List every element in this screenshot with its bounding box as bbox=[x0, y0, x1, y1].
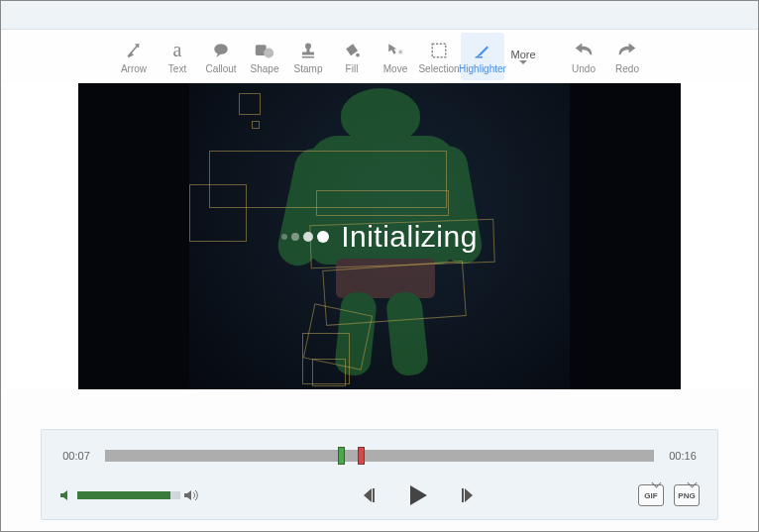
volume-group bbox=[59, 488, 198, 502]
tool-more[interactable]: More bbox=[504, 33, 542, 80]
tool-label: Shape bbox=[251, 63, 279, 74]
svg-rect-10 bbox=[373, 488, 375, 502]
step-forward-button[interactable] bbox=[461, 486, 477, 504]
shape-icon bbox=[254, 40, 275, 61]
undo-icon bbox=[573, 40, 595, 61]
tool-label: Move bbox=[383, 63, 407, 74]
move-icon bbox=[384, 40, 406, 61]
volume-fill bbox=[77, 491, 170, 499]
tool-label: Callout bbox=[205, 63, 236, 74]
svg-rect-11 bbox=[462, 488, 464, 502]
svg-point-3 bbox=[305, 43, 311, 49]
tool-shape[interactable]: Shape bbox=[243, 33, 286, 80]
video-frame[interactable]: Initializing bbox=[78, 83, 681, 389]
window-titlebar bbox=[1, 1, 758, 30]
tool-undo[interactable]: Undo bbox=[562, 33, 605, 80]
tool-label: Highlighter bbox=[459, 63, 506, 74]
trim-start-handle[interactable] bbox=[338, 447, 345, 465]
tool-move[interactable]: Move bbox=[374, 33, 417, 80]
export-png-button[interactable]: PNG bbox=[674, 484, 700, 506]
tool-label: Redo bbox=[615, 63, 639, 74]
step-back-button[interactable] bbox=[360, 486, 376, 504]
svg-rect-6 bbox=[302, 56, 314, 58]
total-time-label: 00:16 bbox=[666, 450, 700, 462]
callout-icon bbox=[210, 40, 232, 61]
playback-controls-area: 00:07 00:16 bbox=[1, 389, 758, 531]
stamp-icon bbox=[297, 40, 319, 61]
svg-point-7 bbox=[356, 53, 360, 56]
playback-controls-panel: 00:07 00:16 bbox=[41, 429, 718, 520]
tool-label: Stamp bbox=[294, 63, 323, 74]
volume-slider[interactable] bbox=[77, 491, 180, 499]
export-gif-button[interactable]: GIF bbox=[638, 484, 664, 506]
svg-point-0 bbox=[214, 44, 228, 54]
tool-label: Text bbox=[168, 63, 186, 74]
fill-icon bbox=[341, 40, 363, 61]
annotation-bounding-boxes bbox=[78, 83, 681, 389]
highlighter-icon bbox=[472, 40, 493, 61]
text-icon: a bbox=[166, 40, 188, 61]
selection-icon bbox=[428, 40, 450, 61]
redo-icon bbox=[616, 40, 638, 61]
tool-callout[interactable]: Callout bbox=[199, 33, 243, 80]
svg-point-2 bbox=[264, 48, 273, 57]
tool-stamp[interactable]: Stamp bbox=[286, 33, 330, 80]
tool-highlighter[interactable]: Highlighter bbox=[461, 33, 504, 80]
svg-rect-9 bbox=[476, 56, 484, 58]
play-row: GIF PNG bbox=[59, 481, 700, 509]
timeline-track[interactable] bbox=[105, 450, 654, 462]
volume-max-icon[interactable] bbox=[184, 488, 198, 502]
svg-rect-5 bbox=[302, 52, 314, 54]
tool-label: Selection bbox=[418, 63, 459, 74]
trim-end-handle[interactable] bbox=[358, 447, 365, 465]
volume-icon[interactable] bbox=[59, 488, 73, 502]
tool-fill[interactable]: Fill bbox=[330, 33, 374, 80]
tool-text[interactable]: a Text bbox=[156, 33, 199, 80]
current-time-label: 00:07 bbox=[59, 450, 93, 462]
play-button[interactable] bbox=[405, 482, 431, 508]
tool-selection[interactable]: Selection bbox=[417, 33, 461, 80]
arrow-icon bbox=[123, 40, 145, 61]
tool-label: Fill bbox=[346, 63, 359, 74]
tool-label: Arrow bbox=[121, 63, 147, 74]
tool-label: Undo bbox=[572, 63, 596, 74]
timeline-row: 00:07 00:16 bbox=[59, 444, 700, 468]
tool-redo[interactable]: Redo bbox=[605, 33, 649, 80]
annotation-toolbar: Arrow a Text Callout Shape Stamp Fill M bbox=[1, 30, 758, 83]
svg-rect-8 bbox=[432, 44, 446, 57]
play-button-group bbox=[198, 482, 638, 508]
tool-arrow[interactable]: Arrow bbox=[112, 33, 156, 80]
video-preview-area: Initializing bbox=[1, 83, 758, 389]
more-label: More bbox=[510, 49, 535, 60]
chevron-down-icon bbox=[519, 60, 527, 65]
export-group: GIF PNG bbox=[638, 484, 700, 506]
